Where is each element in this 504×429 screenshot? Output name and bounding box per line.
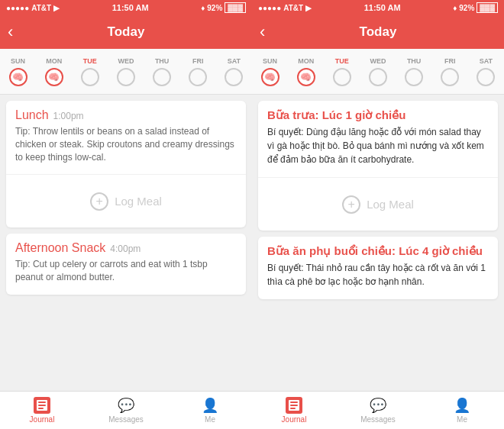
tab-label: Me bbox=[457, 415, 467, 424]
day-name: TUE bbox=[335, 57, 349, 65]
nav-title: Today bbox=[360, 24, 397, 40]
day-circle: 🧠 bbox=[297, 68, 315, 86]
meal-time: 1:00pm bbox=[53, 111, 84, 121]
day-col-tue[interactable]: TUE bbox=[324, 49, 360, 94]
day-col-wed[interactable]: WED bbox=[360, 49, 396, 94]
meal-tip: Tip: Throw lentils or beans on a salad i… bbox=[15, 125, 237, 169]
tab-bar: Journal💬Messages👤Me bbox=[0, 391, 252, 429]
brain-icon: 🧠 bbox=[48, 72, 60, 82]
back-button[interactable]: ‹ bbox=[8, 22, 13, 42]
day-col-mon[interactable]: MON🧠 bbox=[288, 49, 324, 94]
log-meal-area[interactable]: + Log Meal bbox=[6, 174, 246, 227]
day-col-wed[interactable]: WED bbox=[108, 49, 144, 94]
journal-icon bbox=[286, 397, 302, 414]
meal-title: Bữa trưa: Lúc 1 giờ chiều bbox=[267, 108, 405, 122]
day-col-fri[interactable]: FRI bbox=[180, 49, 216, 94]
day-col-tue[interactable]: TUE bbox=[72, 49, 108, 94]
day-name: MON bbox=[46, 57, 62, 65]
meal-card-1: Afternoon Snack 4:00pm Tip: Cut up celer… bbox=[6, 234, 246, 295]
phone-panel-right: ●●●●● AT&T ▶ 11:50 AM ♦ 92% ▓▓▓ ‹ Today … bbox=[252, 0, 504, 429]
tab-journal[interactable]: Journal bbox=[0, 392, 84, 429]
day-name: WED bbox=[370, 57, 386, 65]
day-col-sat[interactable]: SAT bbox=[216, 49, 252, 94]
meal-card-0: Lunch 1:00pm Tip: Throw lentils or beans… bbox=[6, 101, 246, 227]
day-col-sun[interactable]: SUN🧠 bbox=[0, 49, 36, 94]
nav-bar: ‹ Today bbox=[252, 15, 504, 49]
meal-title-row: Bữa trưa: Lúc 1 giờ chiều bbox=[267, 108, 489, 122]
day-name: MON bbox=[298, 57, 314, 65]
scroll-area: Lunch 1:00pm Tip: Throw lentils or beans… bbox=[0, 95, 252, 391]
day-circle bbox=[81, 68, 99, 86]
days-row: SUN🧠MON🧠TUEWEDTHUFRISAT bbox=[0, 49, 252, 95]
meal-header: Bữa ăn phụ buổi chiều: Lúc 4 giờ chiều B… bbox=[258, 237, 498, 299]
log-meal-plus-icon: + bbox=[342, 195, 360, 214]
day-circle bbox=[153, 68, 171, 86]
day-circle bbox=[225, 68, 243, 86]
nav-bar: ‹ Today bbox=[0, 15, 252, 49]
status-battery: ♦ 92% ▓▓▓ bbox=[201, 2, 246, 13]
day-col-thu[interactable]: THU bbox=[396, 49, 432, 94]
day-circle bbox=[369, 68, 387, 86]
meal-header: Lunch 1:00pm Tip: Throw lentils or beans… bbox=[6, 101, 246, 174]
brain-icon: 🧠 bbox=[300, 72, 312, 82]
brain-icon: 🧠 bbox=[12, 72, 24, 82]
day-name: FRI bbox=[192, 57, 204, 65]
day-name: SAT bbox=[480, 57, 493, 65]
day-col-fri[interactable]: FRI bbox=[432, 49, 468, 94]
day-circle bbox=[405, 68, 423, 86]
meal-tip: Bí quyết: Dùng đậu lăng hoặc đỗ với món … bbox=[267, 125, 489, 173]
tab-journal[interactable]: Journal bbox=[252, 392, 336, 429]
messages-icon: 💬 bbox=[118, 397, 134, 414]
status-carrier: ●●●●● AT&T ▶ bbox=[6, 4, 60, 12]
meal-tip: Bí quyết: Thái nhỏ rau cần tây hoặc cà r… bbox=[267, 261, 489, 295]
tab-messages[interactable]: 💬Messages bbox=[336, 392, 420, 429]
meal-title: Afternoon Snack bbox=[15, 241, 105, 255]
day-circle bbox=[477, 68, 495, 86]
day-col-mon[interactable]: MON🧠 bbox=[36, 49, 72, 94]
meal-header: Bữa trưa: Lúc 1 giờ chiều Bí quyết: Dùng… bbox=[258, 101, 498, 177]
day-circle: 🧠 bbox=[261, 68, 279, 86]
tab-label: Journal bbox=[30, 415, 55, 424]
log-meal-plus-icon: + bbox=[90, 192, 108, 211]
day-col-thu[interactable]: THU bbox=[144, 49, 180, 94]
day-name: SAT bbox=[228, 57, 241, 65]
tab-me[interactable]: 👤Me bbox=[420, 392, 504, 429]
meal-title: Lunch bbox=[15, 108, 49, 122]
day-col-sat[interactable]: SAT bbox=[468, 49, 504, 94]
status-time: 11:50 AM bbox=[364, 3, 401, 12]
day-name: THU bbox=[155, 57, 170, 65]
day-circle bbox=[117, 68, 135, 86]
messages-icon: 💬 bbox=[370, 397, 386, 414]
phone-panel-left: ●●●●● AT&T ▶ 11:50 AM ♦ 92% ▓▓▓ ‹ Today … bbox=[0, 0, 252, 429]
meal-title-row: Lunch 1:00pm bbox=[15, 108, 237, 122]
journal-icon bbox=[34, 397, 50, 414]
meal-header: Afternoon Snack 4:00pm Tip: Cut up celer… bbox=[6, 234, 246, 295]
day-name: SUN bbox=[263, 57, 277, 65]
day-circle bbox=[441, 68, 459, 86]
status-battery: ♦ 92% ▓▓▓ bbox=[453, 2, 498, 13]
me-icon: 👤 bbox=[202, 397, 218, 414]
day-name: SUN bbox=[11, 57, 25, 65]
log-meal-area[interactable]: + Log Meal bbox=[258, 177, 498, 231]
tab-label: Messages bbox=[360, 415, 396, 424]
meal-time: 4:00pm bbox=[110, 244, 141, 254]
days-row: SUN🧠MON🧠TUEWEDTHUFRISAT bbox=[252, 49, 504, 95]
tab-messages[interactable]: 💬Messages bbox=[84, 392, 168, 429]
day-name: TUE bbox=[83, 57, 97, 65]
back-button[interactable]: ‹ bbox=[260, 22, 265, 42]
day-name: WED bbox=[118, 57, 134, 65]
day-circle: 🧠 bbox=[45, 68, 63, 86]
meal-title-row: Afternoon Snack 4:00pm bbox=[15, 241, 237, 255]
day-circle bbox=[333, 68, 351, 86]
meal-tip: Tip: Cut up celery or carrots and eat wi… bbox=[15, 258, 237, 290]
tab-label: Me bbox=[205, 415, 215, 424]
status-carrier: ●●●●● AT&T ▶ bbox=[258, 4, 312, 12]
status-time: 11:50 AM bbox=[112, 3, 149, 12]
tab-bar: Journal💬Messages👤Me bbox=[252, 391, 504, 429]
status-bar: ●●●●● AT&T ▶ 11:50 AM ♦ 92% ▓▓▓ bbox=[252, 0, 504, 15]
tab-label: Journal bbox=[282, 415, 307, 424]
log-meal-label: Log Meal bbox=[115, 195, 162, 208]
meal-title: Bữa ăn phụ buổi chiều: Lúc 4 giờ chiều bbox=[267, 244, 483, 258]
day-col-sun[interactable]: SUN🧠 bbox=[252, 49, 288, 94]
tab-me[interactable]: 👤Me bbox=[168, 392, 252, 429]
